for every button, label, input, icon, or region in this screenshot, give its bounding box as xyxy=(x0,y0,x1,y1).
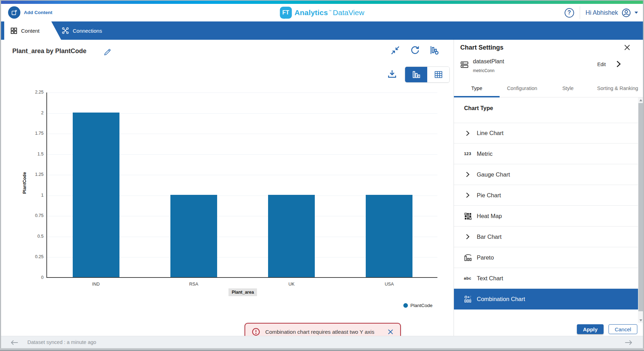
chart-type-option-pie-chart[interactable]: Pie Chart xyxy=(454,185,638,206)
user-avatar-icon xyxy=(621,8,631,18)
chart-type-option-combination-chart[interactable]: Combination Chart xyxy=(454,289,638,309)
dataset-connection: metricConn xyxy=(473,68,494,73)
y-tick-label: 1.25 xyxy=(23,172,44,177)
chevron-right-icon xyxy=(463,170,472,179)
user-menu[interactable]: Hi Abhishek xyxy=(586,8,638,18)
error-toast-message: Combination chart requires atleast two Y… xyxy=(265,329,382,335)
settings-tab-sorting-ranking[interactable]: Sorting & Ranking xyxy=(591,83,644,97)
main-content: Plant_area by PlantCode xyxy=(1,40,643,336)
chart-type-label: Bar Chart xyxy=(477,234,502,240)
settings-tab-style[interactable]: Style xyxy=(545,83,591,97)
settings-tab-type[interactable]: Type xyxy=(454,83,500,97)
header-divider xyxy=(580,6,580,19)
tab-connections[interactable]: Connections xyxy=(61,21,102,40)
chart-type-list: Line Chart123MetricGauge ChartPie ChartH… xyxy=(454,123,638,309)
tab-content[interactable]: Content xyxy=(4,21,61,40)
logo-trademark: ™ xyxy=(328,9,331,13)
chart-settings-panel: Chart Settings datasetPlant metricConn E… xyxy=(454,40,644,336)
bar-chart-plot: Plant_area 00.250.50.7511.251.51.7522.25… xyxy=(46,92,437,278)
connections-network-icon xyxy=(61,27,69,34)
refresh-icon[interactable] xyxy=(410,45,421,56)
help-icon[interactable]: ? xyxy=(565,8,574,18)
settings-tab-configuration[interactable]: Configuration xyxy=(500,83,545,97)
pareto-icon xyxy=(463,253,472,262)
chart-type-section-title: Chart Type xyxy=(464,105,493,111)
chevron-right-icon xyxy=(463,191,472,200)
x-axis-label: Plant_area xyxy=(228,288,257,296)
x-tick-label: UK xyxy=(267,282,316,287)
chart-legend: PlantCode xyxy=(403,303,432,308)
y-tick-label: 0 xyxy=(23,275,44,280)
gridline xyxy=(47,92,437,93)
text-abc-icon: abc xyxy=(463,274,472,283)
bar-USA[interactable] xyxy=(366,195,412,277)
user-greeting: Hi Abhishek xyxy=(586,9,618,17)
y-tick-label: 1.5 xyxy=(23,152,44,157)
back-arrow-icon[interactable] xyxy=(10,338,19,347)
legend-marker xyxy=(403,303,408,308)
chart-type-option-pareto[interactable]: Pareto xyxy=(454,247,638,268)
y-tick-label: 2 xyxy=(23,110,44,115)
y-tick-label: 1 xyxy=(23,193,44,198)
scrollbar-thumb[interactable] xyxy=(638,103,643,311)
dataset-name: datasetPlant xyxy=(473,58,504,65)
app-window: Add Content FT Analytics ™ DataView ? Hi… xyxy=(0,0,644,351)
window-accent-gradient xyxy=(1,1,643,4)
chevron-right-icon[interactable] xyxy=(614,59,623,69)
chart-title: Plant_area by PlantCode xyxy=(12,47,86,55)
window-border-left xyxy=(0,0,1,351)
status-bar: Dataset synced : a minute ago xyxy=(1,336,643,348)
chart-type-label: Combination Chart xyxy=(477,296,525,302)
y-tick-label: 0.5 xyxy=(23,234,44,239)
view-toggle-group xyxy=(405,66,450,83)
chart-type-label: Heat Map xyxy=(477,213,502,219)
numeric-123-icon: 123 xyxy=(463,149,472,158)
chevron-right-icon xyxy=(463,232,472,241)
y-tick-label: 0.25 xyxy=(23,254,44,259)
add-content-button[interactable]: Add Content xyxy=(8,6,52,19)
download-icon[interactable] xyxy=(387,69,398,80)
app-logo: FT Analytics ™ DataView xyxy=(280,7,364,19)
panel-title: Chart Settings xyxy=(460,44,503,51)
panel-close-icon[interactable] xyxy=(623,43,632,52)
bar-IND[interactable] xyxy=(73,113,119,277)
settings-tab-bar: TypeConfigurationStyleSorting & Ranking xyxy=(454,83,644,97)
x-tick-label: IND xyxy=(71,282,121,287)
logo-product-text: DataView xyxy=(333,8,364,17)
table-view-icon[interactable] xyxy=(427,67,449,82)
chart-type-label: Pareto xyxy=(477,254,494,261)
chart-type-label: Pie Chart xyxy=(477,192,501,199)
bar-chart-view-icon[interactable] xyxy=(405,67,427,82)
tab-content-label: Content xyxy=(21,28,40,34)
legend-label: PlantCode xyxy=(410,303,432,308)
dataset-edit-button[interactable]: Edit xyxy=(597,62,606,67)
tab-connections-label: Connections xyxy=(73,28,102,34)
combination-chart-icon xyxy=(463,294,472,304)
cancel-button[interactable]: Cancel xyxy=(609,324,637,334)
chart-type-option-bar-chart[interactable]: Bar Chart xyxy=(454,226,638,247)
logo-brand-text: Analytics xyxy=(294,8,328,17)
y-tick-label: 1.75 xyxy=(23,131,44,136)
forward-arrow-icon[interactable] xyxy=(624,338,633,347)
apply-button[interactable]: Apply xyxy=(577,324,604,334)
chart-type-option-text-chart[interactable]: abcText Chart xyxy=(454,268,638,289)
bar-RSA[interactable] xyxy=(170,195,217,277)
app-header: Add Content FT Analytics ™ DataView ? Hi… xyxy=(1,4,643,21)
bar-UK[interactable] xyxy=(268,195,315,277)
error-icon xyxy=(252,327,260,336)
chart-type-option-heat-map[interactable]: Heat Map xyxy=(454,206,638,226)
chart-settings-icon[interactable] xyxy=(429,45,440,56)
y-tick-label: 2.25 xyxy=(23,90,44,95)
primary-tab-bar: Content Connections xyxy=(1,21,643,40)
chart-type-option-metric[interactable]: 123Metric xyxy=(454,143,638,164)
edit-pencil-icon[interactable] xyxy=(103,47,113,57)
x-tick-label: RSA xyxy=(169,282,218,287)
collapse-icon[interactable] xyxy=(390,45,401,56)
header-right-group: ? Hi Abhishek xyxy=(565,4,638,21)
toast-close-icon[interactable] xyxy=(387,328,395,336)
chart-type-option-gauge-chart[interactable]: Gauge Chart xyxy=(454,164,638,185)
logo-ft-badge-icon: FT xyxy=(280,7,292,19)
dashboard-grid-icon xyxy=(10,27,18,34)
chart-type-option-line-chart[interactable]: Line Chart xyxy=(454,123,638,143)
status-text: Dataset synced : a minute ago xyxy=(27,339,96,345)
